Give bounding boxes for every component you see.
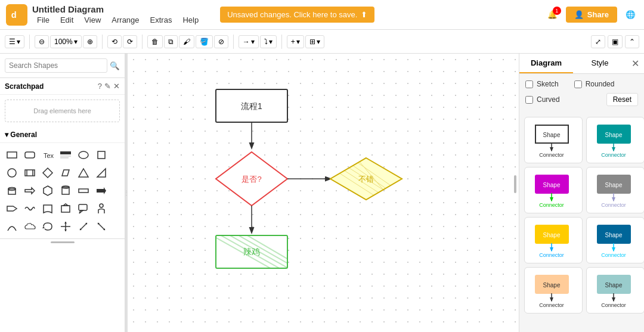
zoom-out-button[interactable]: ⊖ (35, 35, 49, 48)
shape-parallelogram[interactable] (57, 165, 74, 181)
notification-badge: 1 (553, 7, 561, 15)
connector-button[interactable]: → ▾ (239, 35, 259, 48)
upload-icon: ⬆ (361, 10, 367, 19)
shape-wave[interactable] (21, 200, 38, 217)
shape-square[interactable] (93, 147, 110, 163)
shape-arrow-right-2[interactable] (93, 182, 110, 199)
shape-diamond[interactable] (39, 165, 56, 181)
style-card-7[interactable]: Shape Connector (524, 267, 583, 314)
shape-circle[interactable] (4, 165, 20, 181)
notification-button[interactable]: 🔔 1 (545, 8, 560, 21)
duplicate-button[interactable]: ⧉ (164, 35, 178, 48)
sketch-checkbox[interactable] (525, 80, 533, 88)
menu-file[interactable]: File (32, 14, 54, 26)
curved-checkbox[interactable] (525, 96, 533, 104)
reset-button[interactable]: Reset (606, 93, 638, 106)
shape-process[interactable] (21, 165, 38, 181)
copy-style-button[interactable]: 🖌 (179, 35, 194, 48)
drag-label: Drag elements here (33, 107, 91, 114)
scratchpad-edit-button[interactable]: ✎ (104, 82, 111, 91)
menu-help[interactable]: Help (178, 14, 203, 26)
style-card-8-inner: Shape Connector (592, 272, 639, 308)
paste-style-button[interactable]: 🪣 (196, 35, 213, 48)
shape-arc[interactable] (4, 218, 20, 235)
svg-marker-35 (64, 222, 67, 224)
tab-diagram[interactable]: Diagram (519, 54, 573, 73)
fullscreen-button[interactable]: ⤢ (591, 35, 605, 48)
scratchpad-header[interactable]: Scratchpad ? ✎ ✕ (0, 78, 125, 95)
waypoint-button[interactable]: ⤵ ▾ (260, 35, 277, 48)
search-input[interactable] (5, 58, 107, 73)
menu-bar: File Edit View Arrange Extras Help (32, 14, 203, 26)
shape-cylinder[interactable] (4, 182, 20, 199)
style-card-1[interactable]: Shape Connector (524, 117, 583, 163)
curved-label: Curved (537, 95, 560, 104)
shape-person[interactable] (93, 200, 110, 217)
svg-marker-26 (7, 206, 17, 211)
zoom-level-button[interactable]: 100% ▾ (50, 35, 82, 48)
globe-button[interactable]: 🌐 (623, 8, 638, 21)
menu-arrange[interactable]: Arrange (107, 14, 144, 26)
scroll-indicator[interactable] (514, 175, 516, 193)
shape-right-triangle[interactable] (93, 165, 110, 181)
shape-speech-bubble[interactable] (75, 200, 92, 217)
style-card-3[interactable]: Shape Connector (524, 167, 583, 213)
shape-arrows[interactable] (57, 218, 74, 235)
undo-button[interactable]: ⟲ (107, 35, 122, 48)
shape-arrow-right[interactable] (21, 182, 38, 199)
view-toggle-button[interactable]: ☰ ▾ (5, 35, 24, 48)
shape-rounded-rect[interactable] (21, 147, 38, 163)
format-button[interactable]: ⊘ (214, 35, 228, 48)
panel-close-button[interactable]: ✕ (627, 54, 644, 73)
tab-style[interactable]: Style (573, 54, 627, 73)
menu-view[interactable]: View (79, 14, 106, 26)
style-card-8[interactable]: Shape Connector (586, 267, 644, 314)
zoom-in-button[interactable]: ⊕ (83, 35, 97, 48)
general-section-header[interactable]: ▾ General (0, 127, 125, 143)
collapse-button[interactable]: ⌃ (625, 35, 639, 48)
style-card-6[interactable]: Shape Connector (586, 217, 644, 263)
shape-cloud[interactable] (21, 218, 38, 235)
scratchpad-help-button[interactable]: ? (98, 82, 102, 91)
shape-bidirectional[interactable] (93, 218, 110, 235)
style-card-2[interactable]: Shape Connector (586, 117, 644, 163)
curved-row: Curved Reset (525, 93, 638, 106)
shape-hexagon[interactable] (39, 182, 56, 199)
shape-call[interactable] (57, 200, 74, 217)
style-grid: Shape Connector Shape Connector (519, 112, 644, 318)
collapse-icon: ⌃ (629, 38, 635, 46)
drag-area[interactable]: Drag elements here (5, 100, 120, 122)
shape-step[interactable] (4, 200, 20, 217)
shape-drum[interactable] (57, 182, 74, 199)
shape-document[interactable] (39, 200, 56, 217)
shape-text[interactable]: Text (39, 147, 56, 163)
shape-heading[interactable] (57, 147, 74, 163)
table-button[interactable]: ⊞ ▾ (305, 35, 324, 48)
shape-loop[interactable] (39, 218, 56, 235)
shape-ellipse[interactable] (75, 147, 92, 163)
style-card-4[interactable]: Shape Connector (586, 167, 644, 213)
redo-button[interactable]: ⟳ (123, 35, 137, 48)
toolbar-sep-3 (142, 35, 143, 49)
insert-button[interactable]: + ▾ (287, 35, 304, 48)
shape-small-rect[interactable] (75, 182, 92, 199)
rounded-checkbox[interactable] (574, 80, 582, 88)
chevron-down-icon: ▾ (17, 38, 20, 46)
search-button[interactable]: 🔍 (110, 61, 120, 70)
delete-button[interactable]: 🗑 (147, 35, 163, 48)
menu-extras[interactable]: Extras (145, 14, 177, 26)
menu-edit[interactable]: Edit (55, 14, 78, 26)
shape-diagonal-arrows[interactable] (75, 218, 92, 235)
scratchpad-close-button[interactable]: ✕ (113, 82, 120, 91)
shape-triangle[interactable] (75, 165, 92, 181)
style-card-5-inner: Shape Connector (530, 222, 577, 258)
left-panel: 🔍 Scratchpad ? ✎ ✕ Drag elements here ▾ … (0, 54, 125, 332)
svg-marker-28 (63, 204, 68, 206)
svg-rect-27 (61, 206, 70, 212)
style-card-5[interactable]: Shape Connector (524, 217, 583, 263)
save-button[interactable]: Unsaved changes. Click here to save. ⬆ (220, 7, 374, 23)
share-button[interactable]: 👤 Share (566, 7, 617, 23)
panel-toggle-button[interactable]: ▣ (608, 35, 623, 48)
canvas[interactable]: 流程1 是否? 不错 (128, 54, 519, 332)
shape-rectangle[interactable] (4, 147, 20, 163)
